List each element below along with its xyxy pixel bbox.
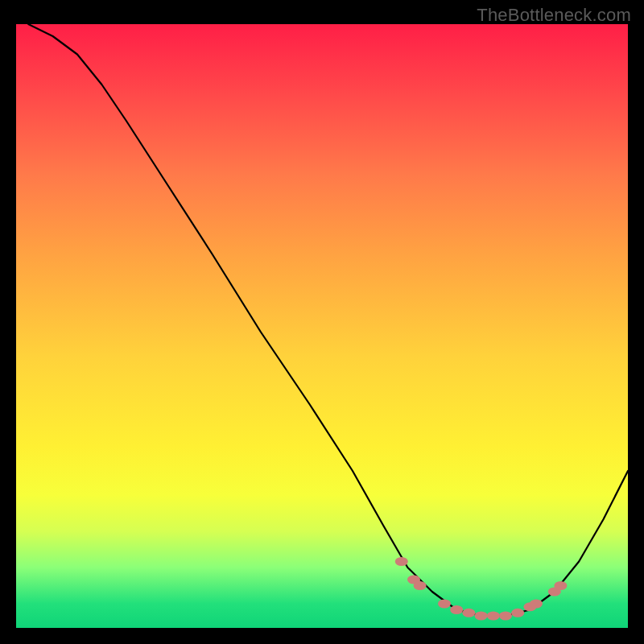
highlight-marker: [530, 600, 543, 609]
chart-frame: TheBottleneck.com: [0, 0, 644, 644]
highlight-marker: [475, 612, 488, 621]
highlight-marker: [438, 600, 451, 609]
highlight-marker: [450, 605, 463, 614]
highlight-marker: [511, 609, 524, 617]
bottleneck-curve: [28, 24, 628, 616]
chart-svg: [16, 24, 628, 628]
plot-area: [16, 24, 628, 628]
highlight-marker: [462, 609, 475, 617]
highlight-marker: [487, 612, 500, 621]
highlight-marker: [395, 557, 408, 566]
highlight-marker: [414, 581, 427, 590]
highlight-marker: [499, 612, 512, 621]
highlight-marker: [554, 581, 567, 590]
watermark-text: TheBottleneck.com: [477, 5, 631, 26]
